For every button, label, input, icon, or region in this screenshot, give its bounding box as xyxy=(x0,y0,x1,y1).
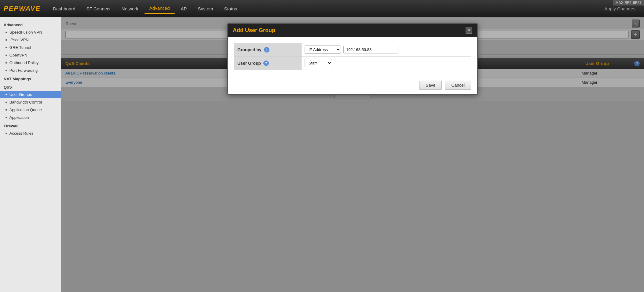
sidebar-item-accessrules[interactable]: Access Rules xyxy=(0,130,61,137)
sidebar-section-firewall: Firewall xyxy=(0,121,61,130)
modal-save-button[interactable]: Save xyxy=(419,81,442,90)
sidebar-item-usergroups[interactable]: User Groups xyxy=(0,91,61,98)
user-group-label-cell: User Group ? xyxy=(237,60,298,66)
nav-advanced[interactable]: Advanced xyxy=(145,3,175,14)
sidebar-item-openvpn[interactable]: OpenVPN xyxy=(0,51,61,59)
user-group-label: User Group xyxy=(237,61,261,66)
grouped-by-select[interactable]: IP Address MAC Address Username xyxy=(305,46,341,54)
modal-title: Add User Group xyxy=(233,27,275,34)
sidebar-item-outbound[interactable]: Outbound Policy xyxy=(0,59,61,67)
sidebar-item-application[interactable]: Application xyxy=(0,114,61,121)
form-row-user-group: User Group ? Staff Manager Guest xyxy=(234,57,471,70)
sidebar-item-portforward[interactable]: Port Forwarding xyxy=(0,67,61,74)
nav-sf-connect[interactable]: SF Connect xyxy=(82,4,115,14)
nav-menu: Dashboard SF Connect Network Advanced AP… xyxy=(48,3,640,14)
sidebar: Advanced SpeedFusion VPN IPsec VPN GRE T… xyxy=(0,17,61,292)
modal-cancel-button[interactable]: Cancel xyxy=(445,81,471,90)
grouped-by-controls: IP Address MAC Address Username xyxy=(305,46,468,54)
modal-footer: Save Cancel xyxy=(228,76,477,94)
sidebar-item-appqueue[interactable]: Application Queue xyxy=(0,106,61,114)
nav-ap[interactable]: AP xyxy=(176,4,192,14)
modal-header: Add User Group × xyxy=(228,24,477,37)
top-bar: MAX-BR1-9E57 PEPWAVE Dashboard SF Connec… xyxy=(0,0,644,17)
user-group-help-icon[interactable]: ? xyxy=(263,60,269,66)
grouped-by-label-cell: Grouped by ? xyxy=(237,47,298,53)
form-row-grouped-by: Grouped by ? IP Address MAC Address Use xyxy=(234,43,471,57)
modal-body: Grouped by ? IP Address MAC Address Use xyxy=(228,37,477,76)
form-table: Grouped by ? IP Address MAC Address Use xyxy=(234,43,471,70)
sidebar-section-nat: NAT Mappings xyxy=(0,74,61,82)
nav-network[interactable]: Network xyxy=(117,4,143,14)
sidebar-item-ipsec[interactable]: IPsec VPN xyxy=(0,36,61,44)
nav-dashboard[interactable]: Dashboard xyxy=(48,4,80,14)
logo: PEPWAVE xyxy=(4,5,41,13)
modal-close-button[interactable]: × xyxy=(466,27,472,34)
grouped-by-label: Grouped by xyxy=(237,47,262,52)
add-user-group-modal: Add User Group × Grouped by ? xyxy=(227,23,478,95)
nav-status[interactable]: Status xyxy=(219,4,242,14)
sidebar-section-advanced: Advanced xyxy=(0,20,61,28)
device-id: MAX-BR1-9E57 xyxy=(613,0,644,5)
sidebar-item-speedfusion[interactable]: SpeedFusion VPN xyxy=(0,28,61,36)
user-group-select[interactable]: Staff Manager Guest xyxy=(305,59,332,67)
main-content: Guest × + Save QoS Clients User Group ? xyxy=(61,17,644,292)
layout: Advanced SpeedFusion VPN IPsec VPN GRE T… xyxy=(0,17,644,292)
sidebar-item-gre[interactable]: GRE Tunnel xyxy=(0,44,61,51)
sidebar-section-qos: QoS xyxy=(0,82,61,91)
nav-system[interactable]: System xyxy=(193,4,218,14)
modal-overlay: Add User Group × Grouped by ? xyxy=(61,17,644,292)
sidebar-item-bandwidth[interactable]: Bandwidth Control xyxy=(0,98,61,106)
ip-address-input[interactable] xyxy=(343,46,398,53)
grouped-by-help-icon[interactable]: ? xyxy=(264,47,269,53)
